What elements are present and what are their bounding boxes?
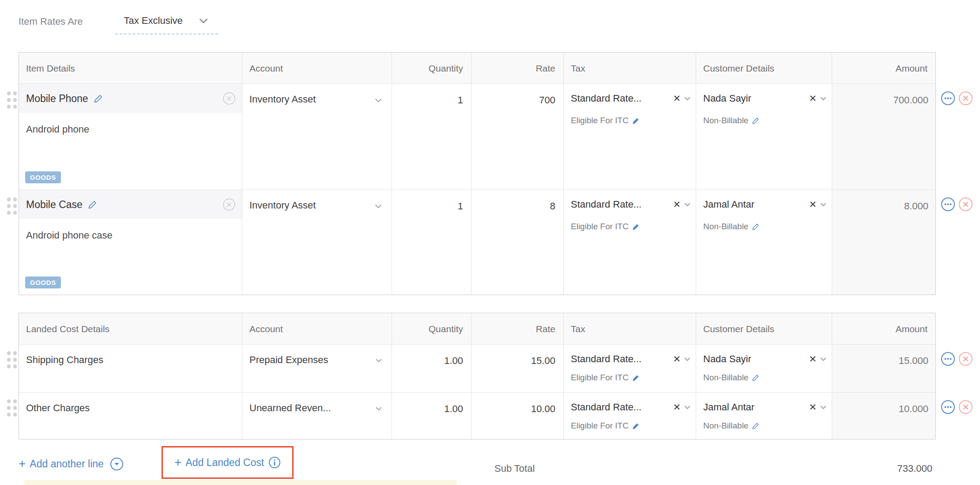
edit-pencil-icon	[752, 117, 760, 125]
account-select[interactable]: Unearned Reven...	[242, 393, 392, 439]
rate-input[interactable]: 15.00	[471, 345, 564, 392]
tax-cell: Standard Rate... ✕ Eligible For ITC	[564, 190, 696, 295]
quantity-input[interactable]: 1.00	[392, 393, 471, 439]
account-value: Prepaid Expenses	[249, 354, 328, 366]
landed-cost-name: Shipping Charges	[26, 354, 103, 366]
delete-row-icon[interactable]	[958, 400, 973, 414]
customer-value: Nada Sayir	[703, 93, 806, 104]
delete-row-icon[interactable]	[958, 91, 973, 106]
delete-row-icon[interactable]	[958, 197, 973, 212]
customer-select[interactable]: Jamal Antar ✕	[703, 199, 827, 210]
billable-toggle[interactable]: Non-Billable	[703, 116, 827, 125]
notice-strip	[24, 480, 457, 485]
plus-icon: +	[174, 455, 181, 470]
chevron-down-icon	[819, 403, 827, 411]
clear-customer-icon[interactable]: ✕	[809, 199, 817, 210]
more-options-icon[interactable]	[941, 197, 955, 212]
customer-value: Jamal Antar	[703, 402, 806, 413]
quantity-input[interactable]: 1	[392, 84, 471, 189]
edit-pencil-icon	[632, 374, 640, 382]
item-name[interactable]: Mobile Case	[26, 199, 83, 211]
item-name[interactable]: Mobile Phone	[26, 93, 88, 105]
customer-cell: Jamal Antar ✕ Non-Billable	[696, 393, 832, 439]
customer-cell: Jamal Antar ✕ Non-Billable	[696, 190, 832, 295]
customer-cell: Nada Sayir ✕ Non-Billable	[696, 345, 832, 392]
add-landed-cost-label: Add Landed Cost	[185, 457, 264, 469]
rate-input[interactable]: 700	[471, 84, 564, 189]
quantity-input[interactable]: 1	[392, 190, 471, 295]
billable-toggle[interactable]: Non-Billable	[703, 222, 827, 231]
delete-row-icon[interactable]	[958, 352, 973, 366]
itc-eligibility[interactable]: Eligible For ITC	[571, 222, 691, 231]
more-options-icon[interactable]	[941, 91, 955, 106]
itc-eligibility-label: Eligible For ITC	[571, 222, 629, 231]
clear-tax-icon[interactable]: ✕	[673, 354, 681, 364]
amount-value: 700.000	[832, 84, 935, 189]
edit-pencil-icon[interactable]	[94, 94, 103, 103]
drag-handle-icon[interactable]	[5, 89, 17, 109]
customer-select[interactable]: Jamal Antar ✕	[703, 402, 827, 413]
billable-toggle[interactable]: Non-Billable	[703, 373, 827, 383]
account-select[interactable]: Inventory Asset	[242, 190, 392, 295]
chevron-down-icon	[683, 95, 691, 102]
more-options-icon[interactable]	[941, 400, 955, 414]
customer-value: Nada Sayir	[703, 353, 806, 365]
chevron-down-circle-icon[interactable]	[110, 457, 124, 471]
clear-tax-icon[interactable]: ✕	[673, 93, 681, 104]
amount-value: 8.000	[832, 190, 935, 295]
clear-customer-icon[interactable]: ✕	[809, 354, 817, 364]
drag-handle-icon[interactable]	[5, 349, 17, 368]
col-header-account: Account	[242, 53, 392, 83]
drag-handle-icon[interactable]	[5, 195, 17, 215]
add-another-line-label: Add another line	[30, 458, 104, 470]
item-description-input[interactable]: Android phone case	[19, 219, 242, 252]
col-header-tax: Tax	[564, 313, 696, 344]
more-options-icon[interactable]	[941, 352, 955, 366]
add-landed-cost-button[interactable]: + Add Landed Cost	[174, 455, 281, 470]
account-value: Inventory Asset	[249, 200, 316, 211]
clear-item-icon[interactable]	[222, 198, 236, 211]
clear-customer-icon[interactable]: ✕	[809, 93, 817, 104]
tax-select[interactable]: Standard Rate... ✕	[571, 93, 691, 104]
add-another-line-button[interactable]: + Add another line	[19, 457, 124, 471]
landed-cost-name-input[interactable]: Shipping Charges	[19, 345, 242, 392]
billable-label: Non-Billable	[703, 373, 748, 383]
tax-treatment-dropdown[interactable]: Tax Exclusive	[115, 12, 218, 34]
row-actions	[941, 91, 973, 106]
landed-cost-table-header: Landed Cost Details Account Quantity Rat…	[19, 313, 935, 344]
tax-cell: Standard Rate... ✕ Eligible For ITC	[564, 393, 696, 439]
customer-cell: Nada Sayir ✕ Non-Billable	[696, 84, 832, 189]
info-icon[interactable]	[268, 456, 281, 469]
itc-eligibility[interactable]: Eligible For ITC	[571, 116, 691, 125]
billable-toggle[interactable]: Non-Billable	[703, 421, 827, 431]
itc-eligibility[interactable]: Eligible For ITC	[571, 373, 691, 383]
rate-input[interactable]: 8	[471, 190, 564, 295]
col-header-account: Account	[242, 313, 392, 344]
landed-cost-name-input[interactable]: Other Charges	[19, 393, 242, 439]
clear-tax-icon[interactable]: ✕	[673, 402, 681, 413]
edit-pencil-icon[interactable]	[88, 200, 98, 209]
clear-item-icon[interactable]	[222, 92, 236, 105]
itc-eligibility[interactable]: Eligible For ITC	[571, 421, 691, 431]
drag-handle-icon[interactable]	[5, 397, 17, 417]
clear-tax-icon[interactable]: ✕	[673, 199, 681, 210]
customer-select[interactable]: Nada Sayir ✕	[703, 93, 827, 104]
col-header-tax: Tax	[564, 53, 696, 83]
tax-select[interactable]: Standard Rate... ✕	[571, 199, 691, 210]
item-description-input[interactable]: Android phone	[19, 113, 242, 146]
col-header-customer-details: Customer Details	[696, 313, 832, 344]
tax-select[interactable]: Standard Rate... ✕	[571, 402, 691, 413]
itc-eligibility-label: Eligible For ITC	[571, 421, 629, 431]
tax-value: Standard Rate...	[571, 199, 670, 210]
account-select[interactable]: Inventory Asset	[242, 84, 392, 189]
item-details-cell: Mobile Phone Android phone GOODS	[19, 84, 242, 189]
quantity-input[interactable]: 1.00	[392, 345, 471, 392]
row-actions	[941, 197, 973, 212]
tax-value: Standard Rate...	[571, 402, 670, 413]
customer-select[interactable]: Nada Sayir ✕	[703, 353, 827, 365]
tax-select[interactable]: Standard Rate... ✕	[571, 353, 691, 365]
account-select[interactable]: Prepaid Expenses	[242, 345, 392, 392]
clear-customer-icon[interactable]: ✕	[809, 402, 817, 413]
rate-input[interactable]: 10.00	[471, 393, 564, 439]
edit-pencil-icon	[752, 223, 760, 231]
